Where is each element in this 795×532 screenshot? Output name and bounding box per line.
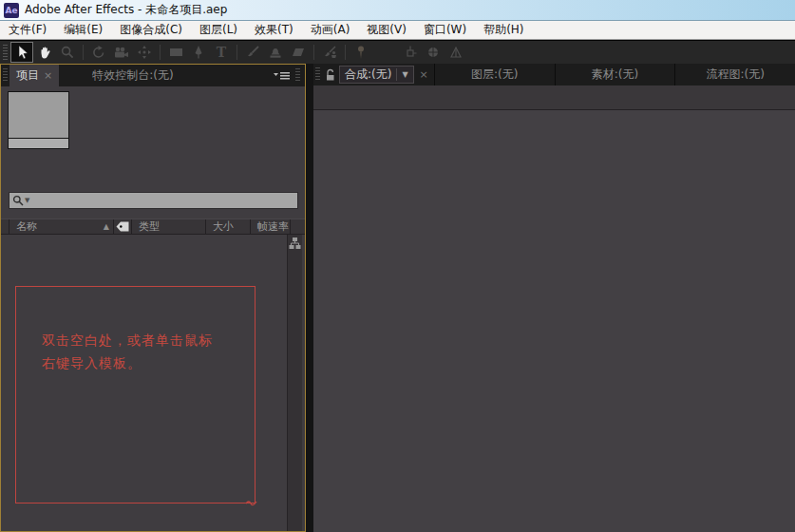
unlocked-padlock-icon [325, 68, 336, 82]
tools-toolbar: T [0, 40, 795, 64]
tab-composition-label: 合成:(无) [345, 66, 391, 83]
local-axis-icon [404, 46, 417, 59]
puppet-pin-icon [356, 46, 366, 60]
tab-divider [396, 68, 397, 81]
menu-file[interactable]: 文件(F) [0, 21, 55, 39]
tab-flowchart-label: 流程图:(无) [706, 66, 764, 83]
axis-view-button[interactable] [445, 43, 466, 62]
menu-effect[interactable]: 效果(T) [246, 21, 302, 39]
flowchart-view-button[interactable] [289, 237, 301, 255]
brush-icon [246, 46, 259, 59]
project-search-bar: ▼ [9, 192, 298, 209]
toolbar-separator [313, 45, 314, 60]
import-hint-line2: 右键导入模板。 [42, 352, 251, 374]
viewer-tabstrip: 合成:(无) ▼ × 图层:(无) 素材:(无) 流程图:(无) [313, 64, 795, 86]
menu-window[interactable]: 窗口(W) [415, 21, 475, 39]
axis-world-button[interactable] [423, 43, 444, 62]
viewer-dropdown-icon[interactable]: ▼ [402, 70, 407, 79]
pen-icon [193, 45, 204, 60]
project-panel: 项目 × 特效控制台:(无) ▼ 名称 ▲ [0, 64, 306, 532]
selection-tool[interactable] [11, 43, 32, 62]
roto-brush-icon [323, 46, 337, 59]
panel-grip[interactable] [3, 68, 8, 83]
zoom-tool[interactable] [57, 43, 78, 62]
toolbar-separator [83, 45, 84, 60]
menu-help[interactable]: 帮助(H) [475, 21, 532, 39]
tab-layer-label: 图层:(无) [471, 66, 518, 83]
viewer-lock-button[interactable] [322, 64, 339, 86]
search-icon [12, 195, 24, 206]
pan-behind-tool[interactable] [134, 43, 155, 62]
menu-layer[interactable]: 图层(L) [191, 21, 246, 39]
column-label-color[interactable] [113, 219, 131, 234]
tab-project[interactable]: 项目 × [9, 65, 59, 86]
toolbar-separator [160, 45, 161, 60]
tab-composition-close[interactable]: × [414, 64, 434, 86]
menu-composition[interactable]: 图像合成(C) [111, 21, 191, 39]
eraser-tool[interactable] [288, 43, 309, 62]
column-size[interactable]: 大小 [205, 219, 250, 234]
clone-stamp-tool[interactable] [265, 43, 286, 62]
project-panel-tabstrip: 项目 × 特效控制台:(无) [1, 65, 305, 86]
toolbar-grip[interactable] [3, 45, 8, 60]
tab-effect-controls[interactable]: 特效控制台:(无) [85, 65, 180, 86]
flowchart-icon [289, 237, 301, 251]
rotate-icon [92, 46, 105, 59]
tab-project-label: 项目 [16, 67, 39, 84]
clone-stamp-icon [269, 47, 282, 59]
rectangle-mask-tool[interactable] [165, 43, 186, 62]
tag-icon [116, 221, 129, 232]
project-list-scrollbar[interactable] [287, 235, 302, 531]
project-list-header: 名称 ▲ 类型 大小 帧速率 [1, 218, 305, 235]
column-name-label: 名称 [16, 219, 37, 234]
type-tool-icon: T [217, 46, 226, 59]
panel-menu-button[interactable] [270, 65, 293, 86]
hand-icon [38, 46, 52, 60]
column-type[interactable]: 类型 [131, 219, 205, 234]
eraser-icon [292, 47, 305, 58]
composition-panel: 合成:(无) ▼ × 图层:(无) 素材:(无) 流程图:(无) [313, 64, 795, 532]
panel-menu-icon [274, 71, 290, 81]
preview-thumbnail-strip [9, 138, 68, 148]
search-input[interactable] [29, 192, 294, 209]
window-titlebar[interactable]: Ae Adobe After Effects - 未命名项目.aep [0, 0, 795, 21]
viewer-header-band [313, 86, 795, 110]
column-name[interactable]: 名称 ▲ [9, 219, 113, 234]
brush-tool[interactable] [242, 43, 263, 62]
menu-bar: 文件(F) 编辑(E) 图像合成(C) 图层(L) 效果(T) 动画(A) 视图… [0, 21, 795, 40]
workspace: 项目 × 特效控制台:(无) ▼ 名称 ▲ [0, 64, 795, 532]
menu-animation[interactable]: 动画(A) [302, 21, 359, 39]
annotation-box [15, 286, 256, 504]
tab-footage-label: 素材:(无) [592, 66, 638, 83]
axis-local-button[interactable] [400, 43, 421, 62]
tab-footage[interactable]: 素材:(无) [555, 64, 675, 86]
roto-brush-tool[interactable] [319, 43, 340, 62]
import-hint-text: 双击空白处，或者单击鼠标 右键导入模板。 [42, 329, 251, 374]
camera-tool[interactable] [111, 43, 132, 62]
column-frame-rate-label: 帧速率 [257, 219, 289, 234]
window-title: Adobe After Effects - 未命名项目.aep [25, 2, 227, 18]
column-frame-rate[interactable]: 帧速率 [250, 219, 290, 234]
type-tool[interactable]: T [211, 43, 232, 62]
column-spacer [290, 219, 305, 234]
rotation-tool[interactable] [88, 43, 109, 62]
column-type-label: 类型 [139, 219, 160, 234]
preview-thumbnail [8, 91, 69, 149]
puppet-pin-tool[interactable] [350, 43, 371, 62]
pen-tool[interactable] [188, 43, 209, 62]
tab-composition[interactable]: 合成:(无) ▼ [339, 66, 414, 84]
tab-flowchart[interactable]: 流程图:(无) [674, 64, 795, 86]
column-size-label: 大小 [213, 219, 234, 234]
panel-grip[interactable] [295, 68, 300, 83]
menu-view[interactable]: 视图(V) [358, 21, 415, 39]
annotation-scribble-icon [245, 498, 258, 507]
menu-edit[interactable]: 编辑(E) [55, 21, 111, 39]
tab-layer[interactable]: 图层:(无) [434, 64, 555, 86]
rectangle-icon [169, 47, 183, 58]
hand-tool[interactable] [34, 43, 55, 62]
viewer-empty-area[interactable] [313, 110, 795, 532]
close-icon[interactable]: × [44, 69, 52, 82]
panel-grip[interactable] [315, 67, 320, 82]
import-hint-line1: 双击空白处，或者单击鼠标 [42, 329, 251, 352]
sort-ascending-icon: ▲ [104, 222, 109, 231]
